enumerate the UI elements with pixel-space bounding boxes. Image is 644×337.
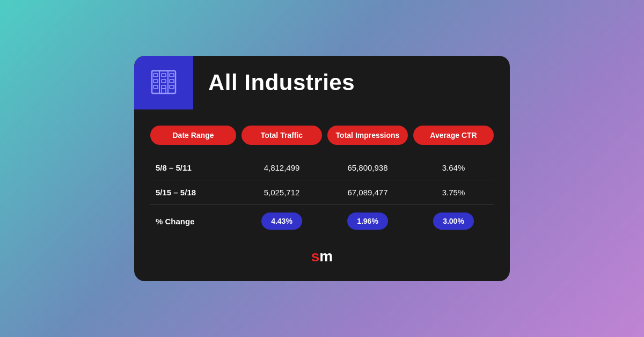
- cell-traffic-change: 4.43%: [241, 213, 322, 230]
- col-header-date: Date Range: [150, 126, 236, 145]
- header-icon-bg: [134, 56, 193, 109]
- cell-ctr-change: 3.00%: [413, 213, 494, 230]
- svg-rect-11: [170, 85, 174, 89]
- impressions-change-badge: 1.96%: [347, 213, 388, 230]
- card-header: All Industries: [134, 56, 510, 109]
- building-icon: [148, 65, 180, 100]
- svg-rect-3: [153, 74, 158, 77]
- cell-date-1: 5/8 – 5/11: [150, 163, 236, 172]
- logo-s: s: [311, 248, 320, 265]
- cell-traffic-2: 5,025,712: [241, 188, 322, 197]
- cell-ctr-1: 3.64%: [413, 163, 494, 172]
- cell-impressions-change: 1.96%: [327, 213, 408, 230]
- data-table: Date Range Total Traffic Total Impressio…: [134, 126, 510, 237]
- logo: sm: [311, 248, 333, 265]
- svg-rect-10: [170, 79, 174, 83]
- svg-rect-9: [170, 74, 174, 77]
- cell-ctr-2: 3.75%: [413, 188, 494, 197]
- cell-traffic-1: 4,812,499: [241, 163, 322, 172]
- main-card: All Industries Date Range Total Traffic …: [134, 56, 510, 281]
- svg-rect-0: [152, 71, 175, 93]
- table-row-change: % Change 4.43% 1.96% 3.00%: [150, 205, 494, 237]
- svg-rect-4: [153, 79, 158, 83]
- column-headers: Date Range Total Traffic Total Impressio…: [150, 126, 494, 145]
- page-title: All Industries: [208, 70, 355, 96]
- svg-rect-12: [162, 89, 166, 93]
- table-row: 5/8 – 5/11 4,812,499 65,800,938 3.64%: [150, 156, 494, 180]
- col-header-ctr: Average CTR: [413, 126, 494, 145]
- cell-impressions-2: 67,089,477: [327, 188, 408, 197]
- table-row: 5/15 – 5/18 5,025,712 67,089,477 3.75%: [150, 180, 494, 205]
- cell-impressions-1: 65,800,938: [327, 163, 408, 172]
- traffic-change-badge: 4.43%: [261, 213, 302, 230]
- svg-rect-6: [162, 74, 166, 77]
- svg-rect-5: [153, 85, 158, 89]
- svg-rect-8: [162, 85, 166, 89]
- col-header-impressions: Total Impressions: [327, 126, 408, 145]
- logo-area: sm: [134, 248, 510, 265]
- cell-date-3: % Change: [150, 213, 236, 230]
- logo-m: m: [319, 248, 333, 265]
- table-body: 5/8 – 5/11 4,812,499 65,800,938 3.64% 5/…: [150, 156, 494, 237]
- ctr-change-badge: 3.00%: [433, 213, 474, 230]
- svg-rect-7: [162, 79, 166, 83]
- col-header-traffic: Total Traffic: [241, 126, 322, 145]
- cell-date-2: 5/15 – 5/18: [150, 188, 236, 197]
- header-title-area: All Industries: [193, 56, 355, 109]
